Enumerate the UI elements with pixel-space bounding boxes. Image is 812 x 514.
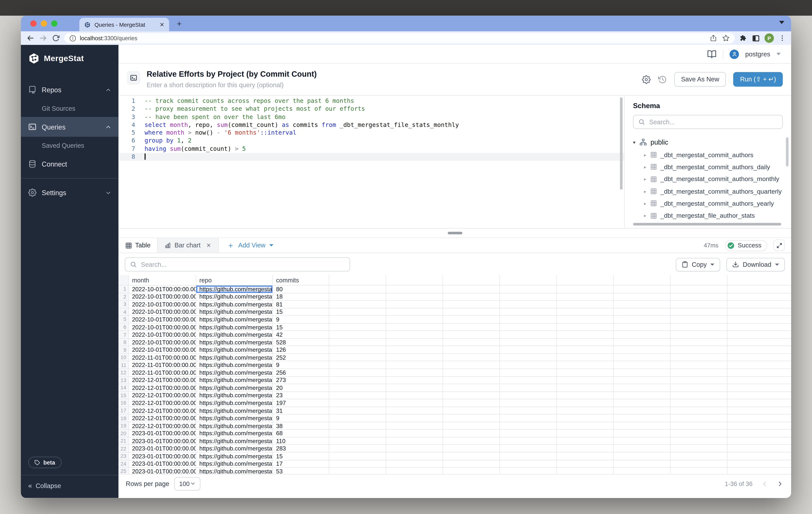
cell-commits[interactable]: 68 — [273, 430, 329, 437]
bookmark-star-icon[interactable] — [722, 34, 729, 42]
cell-commits[interactable]: 9 — [273, 415, 329, 422]
cell-repo[interactable]: https://github.com/mergestat/... — [196, 369, 273, 377]
cell-commits[interactable]: 81 — [273, 301, 329, 308]
editor-line[interactable]: 6group by 1, 2 — [118, 137, 624, 145]
cell-commits[interactable]: 38 — [273, 422, 329, 430]
tab-table[interactable]: Table — [118, 238, 158, 253]
cell-repo[interactable]: https://github.com/mergestat/... — [196, 392, 273, 399]
cell-commits[interactable]: 15 — [273, 453, 329, 460]
cell-month[interactable]: 2022-12-01T00:00:00.000Z — [129, 392, 196, 399]
cell-repo[interactable]: https://github.com/mergestat/... — [196, 286, 273, 293]
browser-tab[interactable]: Queries - MergeStat ✕ — [79, 18, 169, 31]
run-query-button[interactable]: Run (⇧ + ↵) — [733, 72, 783, 87]
share-icon[interactable] — [710, 34, 717, 42]
collapse-sidebar-button[interactable]: « Collapse — [21, 475, 118, 498]
cell-commits[interactable]: 197 — [273, 399, 329, 407]
previous-page-icon[interactable] — [761, 480, 768, 487]
column-header-commits[interactable]: commits — [273, 275, 329, 286]
close-tab-icon[interactable]: ✕ — [206, 242, 211, 249]
cell-repo[interactable]: https://github.com/mergestat/... — [196, 384, 273, 392]
cell-repo[interactable]: https://github.com/mergestat/... — [196, 316, 273, 323]
tab-search-chevron-icon[interactable] — [779, 21, 784, 24]
user-menu[interactable]: postgres — [745, 50, 770, 58]
user-menu-caret-icon[interactable] — [777, 53, 781, 55]
sidebar-item-connect[interactable]: Connect — [21, 154, 118, 174]
tab-close-icon[interactable]: ✕ — [160, 21, 165, 28]
browser-profile-avatar[interactable]: P — [764, 33, 774, 43]
schema-search-input[interactable]: Search... — [633, 115, 783, 129]
cell-month[interactable]: 2022-12-01T00:00:00.000Z — [129, 384, 196, 392]
extensions-puzzle-icon[interactable] — [740, 34, 747, 42]
cell-repo[interactable]: https://github.com/mergestat/... — [196, 407, 273, 415]
cell-commits[interactable]: 42 — [273, 331, 329, 339]
docs-book-icon[interactable] — [707, 49, 717, 59]
schema-vertical-scrollbar[interactable] — [786, 137, 788, 166]
schema-node-public[interactable]: ▾ public — [633, 136, 791, 149]
editor-line[interactable]: 3-- have been spent on over the last 6mo — [118, 113, 624, 121]
cell-repo[interactable]: https://github.com/mergestat/... — [196, 331, 273, 339]
column-header-month[interactable]: month — [129, 275, 196, 286]
back-icon[interactable] — [26, 34, 34, 42]
cell-month[interactable]: 2022-12-01T00:00:00.000Z — [129, 377, 196, 384]
cell-month[interactable]: 2022-11-01T00:00:00.000Z — [129, 354, 196, 361]
close-window-button[interactable] — [30, 20, 36, 27]
editor-line[interactable]: 7having sum(commit_count) > 5 — [118, 145, 624, 153]
cell-month[interactable]: 2023-01-01T00:00:00.000Z — [129, 460, 196, 468]
cell-repo[interactable]: https://github.com/mergestat/... — [196, 301, 273, 308]
query-description-input[interactable]: Enter a short description for this query… — [147, 81, 636, 89]
cell-commits[interactable]: 31 — [273, 407, 329, 415]
tab-bar-chart[interactable]: Bar chart ✕ — [158, 238, 219, 253]
editor-line[interactable]: 1-- track commit counts across repos ove… — [118, 97, 624, 105]
cell-repo[interactable]: https://github.com/mergestat/... — [196, 293, 273, 301]
cell-month[interactable]: 2022-12-01T00:00:00.000Z — [129, 422, 196, 430]
cell-month[interactable]: 2022-10-01T00:00:00.000Z — [129, 316, 196, 323]
cell-commits[interactable]: 18 — [273, 293, 329, 301]
cell-repo[interactable]: https://github.com/mergestat/... — [196, 377, 273, 384]
schema-table-node[interactable]: ▸_dbt_mergestat_commit_authors_quarterly — [633, 185, 791, 197]
schema-table-node[interactable]: ▸_dbt_mergestat_file_author_stats — [633, 210, 791, 222]
cell-month[interactable]: 2022-12-01T00:00:00.000Z — [129, 407, 196, 415]
cell-commits[interactable]: 9 — [273, 362, 329, 369]
results-search-input[interactable]: Search... — [125, 257, 350, 272]
cell-month[interactable]: 2022-10-01T00:00:00.000Z — [129, 286, 196, 293]
cell-commits[interactable]: 23 — [273, 392, 329, 399]
cell-commits[interactable]: 53 — [273, 468, 329, 474]
editor-line[interactable]: 2-- proxy measurement to see what projec… — [118, 105, 624, 113]
expand-results-button[interactable] — [774, 239, 785, 251]
query-title-input[interactable]: Relative Efforts by Project (by Commit C… — [147, 69, 636, 78]
cell-month[interactable]: 2022-12-01T00:00:00.000Z — [129, 399, 196, 407]
cell-commits[interactable]: 20 — [273, 384, 329, 392]
minimize-window-button[interactable] — [41, 20, 47, 27]
cell-commits[interactable]: 252 — [273, 354, 329, 361]
cell-month[interactable]: 2022-10-01T00:00:00.000Z — [129, 301, 196, 308]
splitter-handle-icon[interactable] — [447, 232, 462, 234]
cell-month[interactable]: 2022-10-01T00:00:00.000Z — [129, 293, 196, 301]
forward-icon[interactable] — [39, 34, 47, 42]
cell-repo[interactable]: https://github.com/mergestat/... — [196, 339, 273, 346]
cell-repo[interactable]: https://github.com/mergestat/... — [196, 460, 273, 468]
cell-month[interactable]: 2022-10-01T00:00:00.000Z — [129, 308, 196, 316]
cell-repo[interactable]: https://github.com/mergestat/... — [196, 445, 273, 453]
cell-month[interactable]: 2022-12-01T00:00:00.000Z — [129, 415, 196, 422]
rows-per-page-select[interactable]: 100 — [174, 477, 201, 490]
add-view-button[interactable]: ＋ Add View — [227, 238, 273, 253]
cell-month[interactable]: 2022-11-01T00:00:00.000Z — [129, 369, 196, 377]
cell-commits[interactable]: 273 — [273, 377, 329, 384]
editor-line[interactable]: 5where month > now() - '6 months'::inter… — [118, 129, 624, 137]
side-panel-icon[interactable] — [752, 34, 760, 42]
schema-table-node[interactable]: ▸_dbt_mergestat_commit_authors_monthly — [633, 173, 791, 185]
cell-commits[interactable]: 15 — [273, 323, 329, 331]
schema-table-node[interactable]: ▸_dbt_mergestat_commit_authors_yearly — [633, 197, 791, 210]
cell-month[interactable]: 2022-11-01T00:00:00.000Z — [129, 362, 196, 369]
cell-repo[interactable]: https://github.com/mergestat/... — [196, 422, 273, 430]
site-info-icon[interactable] — [69, 35, 76, 41]
cell-commits[interactable]: 256 — [273, 369, 329, 377]
cell-commits[interactable]: 80 — [273, 286, 329, 293]
cell-commits[interactable]: 126 — [273, 346, 329, 354]
cell-repo[interactable]: https://github.com/mergestat/... — [196, 308, 273, 316]
query-history-icon[interactable] — [658, 75, 667, 84]
reload-icon[interactable] — [52, 34, 60, 42]
cell-repo[interactable]: https://github.com/mergestat/... — [196, 430, 273, 437]
schema-horizontal-scrollbar[interactable] — [633, 223, 781, 226]
cell-repo[interactable]: https://github.com/mergestat/... — [196, 399, 273, 407]
